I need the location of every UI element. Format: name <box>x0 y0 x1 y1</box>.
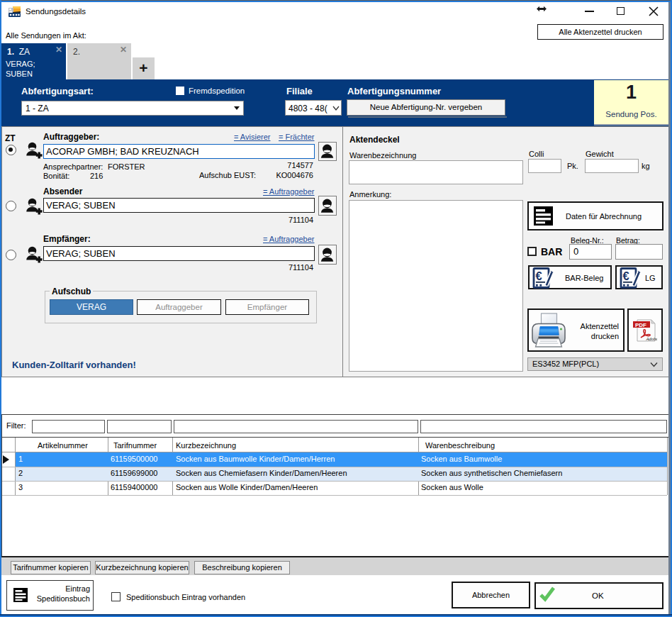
svg-text:€: € <box>536 269 542 282</box>
svg-text:€: € <box>623 269 629 282</box>
svg-text:PDF: PDF <box>635 322 646 328</box>
svg-text:Adobe: Adobe <box>646 336 658 341</box>
